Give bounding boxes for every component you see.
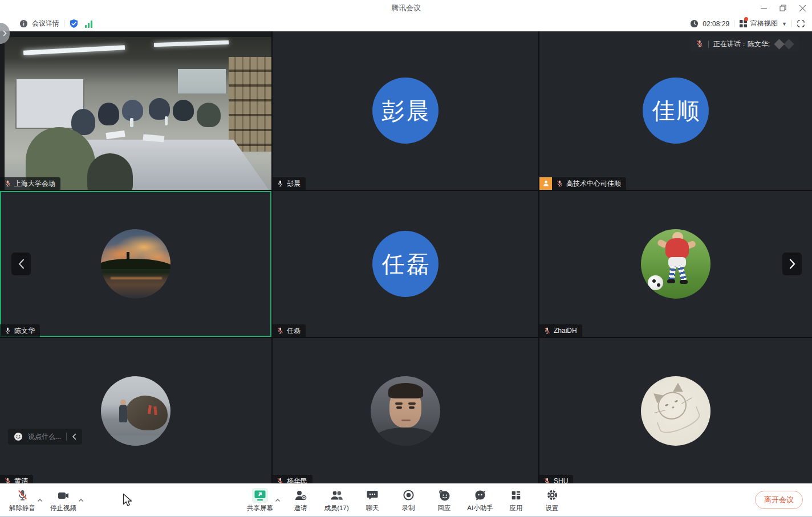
info-icon — [19, 19, 28, 28]
photo-player-sock — [677, 265, 687, 281]
avatar-initials: 彭晨 — [372, 78, 439, 144]
participant-name: 彭晨 — [287, 180, 301, 188]
host-badge-icon — [539, 177, 552, 190]
divider — [708, 40, 709, 48]
photo-rock — [126, 396, 168, 430]
meeting-toolbar: 解除静音 停止视频 共享屏幕 — [0, 483, 812, 517]
apps-button[interactable]: 应用 — [503, 488, 529, 512]
room-person — [197, 103, 221, 127]
leave-meeting-button[interactable]: 离开会议 — [755, 491, 803, 509]
photo-shoulders — [375, 428, 436, 446]
record-label: 录制 — [402, 504, 415, 512]
room-person — [173, 100, 194, 121]
invite-button[interactable]: 邀请 — [287, 488, 314, 512]
quick-chat-bar[interactable]: 说点什么... — [8, 429, 82, 445]
participant-name-tag: 高技术中心司佳顺 — [539, 177, 626, 190]
ai-assistant-button[interactable]: AI小助手 — [467, 488, 493, 512]
participant-name: 黄清 — [14, 477, 28, 483]
settings-label: 设置 — [546, 504, 559, 512]
participant-name-tag: 上海大学会场 — [0, 177, 60, 190]
collapse-chevron-icon[interactable] — [72, 433, 76, 440]
video-options-chevron[interactable] — [78, 494, 84, 504]
avatar-photo-sunset — [101, 229, 170, 299]
view-mode-selector[interactable]: 宫格视图 ▼ — [739, 19, 787, 29]
chat-input-placeholder[interactable]: 说点什么... — [28, 432, 61, 442]
mic-muted-icon — [16, 488, 29, 503]
mouse-cursor — [123, 493, 133, 510]
video-tile-shu[interactable]: SHU — [539, 338, 812, 483]
clock-icon — [690, 19, 699, 28]
video-tile-shanghai-univ[interactable]: 上海大学会场 — [0, 31, 271, 190]
mic-on-icon — [4, 327, 11, 335]
divider — [791, 20, 792, 27]
fullscreen-button[interactable] — [797, 19, 805, 28]
video-tile-huangqing[interactable]: 黄清 — [0, 338, 271, 483]
meeting-details[interactable]: 会议详情 — [19, 19, 59, 29]
participant-name-tag: ZhaiDH — [539, 324, 582, 337]
stop-video-label: 停止视频 — [50, 504, 76, 512]
chat-button[interactable]: 聊天 — [359, 488, 385, 512]
room-ceiling-light — [154, 40, 229, 47]
next-page-button[interactable] — [782, 253, 802, 275]
camera-icon — [56, 488, 70, 503]
photo-eye — [396, 406, 402, 408]
divider — [66, 433, 67, 441]
participant-name: 高技术中心司佳顺 — [566, 180, 621, 188]
room-papers — [105, 131, 125, 139]
reactions-button[interactable]: 回应 — [431, 488, 457, 512]
video-tile-renlei[interactable]: 任磊 任磊 — [273, 191, 538, 337]
active-speaker-text: 正在讲话：陈文华; — [713, 39, 770, 49]
meeting-room-video — [5, 37, 271, 190]
photo-hair — [388, 383, 423, 398]
record-button[interactable]: 录制 — [395, 488, 421, 512]
settings-button[interactable]: 设置 — [539, 488, 565, 512]
video-tile-jiashun[interactable]: 佳顺 高技术中心司佳顺 — [539, 31, 812, 190]
divider — [734, 20, 734, 27]
close-button[interactable] — [793, 0, 812, 16]
participant-name-tag: 陈文华 — [0, 324, 40, 337]
participant-name: ZhaiDH — [554, 327, 577, 335]
meeting-header-bar: 会议详情 02:08:29 宫格视图 ▼ — [0, 16, 812, 31]
mic-muted-icon — [4, 477, 11, 483]
video-tile-chenwenhua[interactable]: 陈文华 — [0, 191, 271, 337]
participant-name-tag: 黄清 — [0, 475, 33, 483]
photo-player-sock — [668, 266, 676, 280]
members-label: 成员(17) — [324, 504, 348, 512]
video-tile-zhaidh[interactable]: ZhaiDH — [539, 191, 812, 337]
video-grid: 上海大学会场 彭晨 彭晨 佳顺 高技术中心司佳顺 — [0, 31, 812, 483]
mic-muted-icon — [543, 477, 551, 483]
avatar-initials: 佳顺 — [643, 78, 709, 144]
emoji-icon[interactable] — [14, 432, 23, 441]
minimize-button[interactable] — [754, 0, 773, 16]
unmute-button[interactable]: 解除静音 — [9, 488, 35, 512]
participant-name-tag: SHU — [539, 475, 573, 483]
members-button[interactable]: 成员(17) — [323, 488, 350, 512]
maximize-button[interactable] — [773, 0, 793, 16]
stop-video-button[interactable]: 停止视频 — [50, 488, 76, 512]
network-signal-icon[interactable] — [84, 20, 94, 28]
mic-on-icon — [277, 180, 284, 188]
video-tile-yanghuamin[interactable]: 杨华民 — [273, 338, 538, 483]
shield-check-icon[interactable] — [69, 19, 79, 29]
video-stage: 上海大学会场 彭晨 彭晨 佳顺 高技术中心司佳顺 — [0, 31, 812, 483]
mic-muted-icon — [696, 39, 704, 50]
mic-options-chevron[interactable] — [37, 494, 43, 504]
record-icon — [402, 488, 415, 503]
timer-value: 02:08:29 — [703, 20, 729, 28]
share-options-chevron[interactable] — [275, 494, 281, 504]
participant-name-tag: 彭晨 — [273, 177, 306, 190]
mic-muted-icon — [4, 180, 11, 188]
reactions-icon — [437, 488, 451, 503]
share-screen-button[interactable]: 共享屏幕 — [247, 488, 273, 512]
previous-page-button[interactable] — [11, 253, 31, 275]
participant-name-tag: 任磊 — [273, 324, 306, 337]
view-mode-label: 宫格视图 — [750, 19, 778, 29]
video-tile-pengchen[interactable]: 彭晨 彭晨 — [273, 31, 538, 190]
chat-icon — [366, 488, 379, 503]
participant-name: 杨华民 — [287, 477, 307, 483]
mic-muted-icon — [556, 180, 563, 188]
avatar-photo-cat-sketch — [641, 376, 710, 446]
photo-player-shoe — [667, 279, 675, 283]
photo-hill — [101, 259, 170, 268]
photo-player-shirt — [665, 238, 689, 259]
